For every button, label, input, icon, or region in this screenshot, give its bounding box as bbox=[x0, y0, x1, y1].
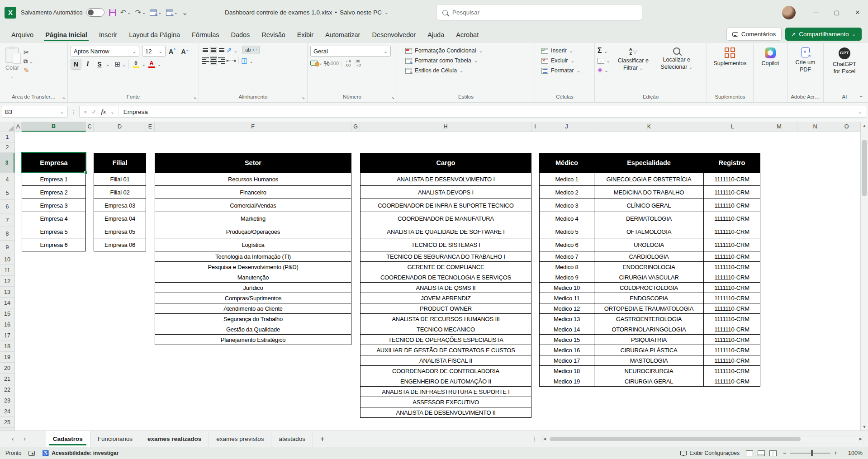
chevron-down-icon[interactable]: ⌄ bbox=[157, 62, 161, 67]
scroll-right-icon[interactable]: ▶ bbox=[859, 437, 862, 441]
normal-view-button[interactable] bbox=[746, 450, 753, 456]
table-cell[interactable]: 1111110-CRM bbox=[703, 212, 760, 225]
table-cell[interactable]: Medico 16 bbox=[539, 345, 594, 355]
insert-function-icon[interactable]: fx bbox=[101, 108, 106, 115]
table-cell[interactable]: GERENTE DE COMPLIANCE bbox=[360, 261, 531, 272]
table-cell[interactable]: Empresa 3 bbox=[22, 199, 86, 212]
table-cell[interactable]: 1111110-CRM bbox=[703, 355, 760, 366]
table-cell[interactable]: Segurança do Trabalho bbox=[155, 313, 351, 324]
dialog-launcher-icon[interactable]: ↘ bbox=[62, 95, 65, 100]
excel-app-icon[interactable]: X bbox=[5, 7, 16, 19]
table-cell[interactable]: Medico 3 bbox=[539, 199, 594, 212]
row-header-16[interactable]: 16 bbox=[0, 319, 14, 330]
table-cell[interactable]: Marketing bbox=[155, 212, 351, 225]
table-cell[interactable]: Financeiro bbox=[155, 185, 351, 199]
table-cell[interactable]: ANALISTA FISCAL II bbox=[360, 355, 531, 366]
fill-button[interactable]: ↓ ⌄ bbox=[598, 56, 610, 64]
paste-button[interactable]: Colar ⌄ bbox=[5, 46, 19, 92]
sheet-tab-cadastros[interactable]: Cadastros bbox=[46, 431, 90, 447]
column-header-I[interactable]: I bbox=[531, 122, 539, 132]
column-header-A[interactable]: A bbox=[15, 122, 22, 132]
column-header-L[interactable]: L bbox=[704, 122, 761, 132]
table-cell[interactable]: COORDENADOR DE CONTROLADORIA bbox=[360, 365, 531, 376]
page-layout-view-button[interactable] bbox=[758, 450, 765, 456]
close-button[interactable]: ✕ bbox=[847, 0, 868, 25]
font-color-button[interactable]: A bbox=[147, 60, 157, 69]
table-cell[interactable]: Empresa 05 bbox=[94, 225, 146, 238]
table-cell[interactable]: Medico 18 bbox=[539, 365, 594, 376]
quick-access-table-button-1[interactable]: ⌄ bbox=[150, 9, 161, 16]
align-top-button[interactable] bbox=[202, 47, 209, 53]
table-cell[interactable]: ANALISTA DEVOPS I bbox=[360, 185, 531, 199]
table-header-cell[interactable]: Médico bbox=[539, 153, 594, 173]
table-cell[interactable]: 1111110-CRM bbox=[703, 185, 760, 199]
comments-button[interactable]: Comentários bbox=[726, 28, 782, 41]
column-header-O[interactable]: O bbox=[833, 122, 860, 132]
table-cell[interactable]: 1111110-CRM bbox=[703, 324, 760, 335]
document-title[interactable]: Dashboard controle de exames 1.0.xlsx • … bbox=[225, 0, 388, 25]
orientation-button[interactable]: ⇗ ⌄ bbox=[226, 46, 237, 54]
sheet-tab-exames-realizados[interactable]: exames realizados bbox=[140, 431, 209, 447]
table-cell[interactable]: ENDOSCOPIA bbox=[594, 293, 704, 303]
ribbon-tab-revisão[interactable]: Revisão bbox=[256, 31, 291, 43]
table-cell[interactable]: Medico 11 bbox=[539, 293, 594, 303]
display-settings-button[interactable]: Exibir Configurações bbox=[680, 450, 740, 456]
column-header-C[interactable]: C bbox=[86, 122, 94, 132]
ribbon-tab-automatizar[interactable]: Automatizar bbox=[319, 31, 366, 43]
ribbon-tab-ajuda[interactable]: Ajuda bbox=[422, 31, 450, 43]
comma-style-button[interactable]: 000 bbox=[331, 61, 339, 66]
table-cell[interactable]: Medico 5 bbox=[539, 225, 594, 238]
table-cell[interactable]: ANALISTA DE QSMS II bbox=[360, 282, 531, 293]
decrease-decimal-button[interactable]: .00→0 bbox=[353, 59, 362, 67]
sheet-tab-exames-previstos[interactable]: exames previstos bbox=[209, 431, 271, 447]
column-header-J[interactable]: J bbox=[539, 122, 594, 132]
align-middle-button[interactable] bbox=[210, 47, 217, 53]
delete-cells-button[interactable]: Excluir⌄ bbox=[540, 56, 592, 66]
table-cell[interactable]: Gestão da Qualidade bbox=[155, 324, 351, 335]
increase-indent-button[interactable]: ⇥ bbox=[232, 57, 236, 64]
table-cell[interactable]: Filial 02 bbox=[94, 185, 146, 199]
column-header-H[interactable]: H bbox=[360, 122, 531, 132]
table-cell[interactable]: CIRURGIA PLÁSTICA bbox=[594, 345, 704, 355]
sheet-options-icon[interactable]: ⋮ bbox=[531, 435, 537, 442]
table-cell[interactable]: OTORRINOLARINGOLOGIA bbox=[594, 324, 704, 335]
row-header-21[interactable]: 21 bbox=[0, 374, 14, 384]
table-header-cell[interactable]: Registro bbox=[703, 153, 760, 173]
page-break-view-button[interactable] bbox=[769, 450, 777, 456]
align-left-button[interactable] bbox=[202, 57, 209, 65]
add-sheet-button[interactable]: + bbox=[313, 431, 332, 447]
wrap-text-button[interactable]: ab↩ bbox=[242, 46, 259, 54]
enter-formula-icon[interactable]: ✓ bbox=[92, 109, 97, 115]
table-cell[interactable]: COORDENADOR DE MANUFATURA bbox=[360, 212, 531, 225]
table-cell[interactable]: Empresa 5 bbox=[22, 225, 86, 238]
minimize-button[interactable]: — bbox=[806, 0, 826, 25]
table-cell[interactable]: Medico 9 bbox=[539, 272, 594, 283]
table-cell[interactable]: MEDICINA DO TRABALHO bbox=[594, 185, 704, 199]
sheet-next-icon[interactable]: › bbox=[24, 435, 25, 442]
increase-decimal-button[interactable]: ←0.00 bbox=[344, 59, 352, 67]
dialog-launcher-icon[interactable]: ↘ bbox=[391, 95, 394, 100]
row-header-2[interactable]: 2 bbox=[0, 142, 14, 153]
table-cell[interactable]: Jurídico bbox=[155, 282, 351, 293]
table-cell[interactable]: COORDENADOR DE INFRA E SUPORTE TECNICO bbox=[360, 199, 531, 212]
find-select-button[interactable]: Localizar e Selecionar ⌄ bbox=[656, 46, 697, 92]
column-header-K[interactable]: K bbox=[594, 122, 704, 132]
table-cell[interactable]: ANALISTA DE DESENVOLVIMENTO I bbox=[360, 172, 531, 186]
sheet-prev-icon[interactable]: ‹ bbox=[12, 435, 14, 442]
autosave-toggle[interactable] bbox=[86, 8, 104, 17]
table-cell[interactable]: Medico 13 bbox=[539, 313, 594, 324]
expand-formula-bar-icon[interactable]: ⌄ bbox=[859, 109, 862, 114]
column-header-M[interactable]: M bbox=[761, 122, 797, 132]
horizontal-scrollbar[interactable]: ◀ ▶ bbox=[541, 436, 864, 442]
sort-filter-button[interactable]: AZ▽ Classificar e Filtrar ⌄ bbox=[614, 46, 653, 92]
column-header-G[interactable]: G bbox=[351, 122, 360, 132]
row-header-25[interactable]: 25 bbox=[0, 417, 14, 428]
scroll-down-icon[interactable]: ▼ bbox=[861, 423, 868, 431]
table-cell[interactable]: 1111110-CRM bbox=[703, 272, 760, 283]
conditional-formatting-button[interactable]: Formatação Condicional⌄ bbox=[403, 46, 532, 56]
table-header-cell[interactable]: Especialidade bbox=[594, 153, 704, 173]
chatgpt-button[interactable]: GPT ChatGPT for Excel bbox=[830, 46, 859, 92]
row-header-15[interactable]: 15 bbox=[0, 308, 14, 319]
table-cell[interactable]: Medico 15 bbox=[539, 334, 594, 345]
row-header-19[interactable]: 19 bbox=[0, 352, 14, 363]
